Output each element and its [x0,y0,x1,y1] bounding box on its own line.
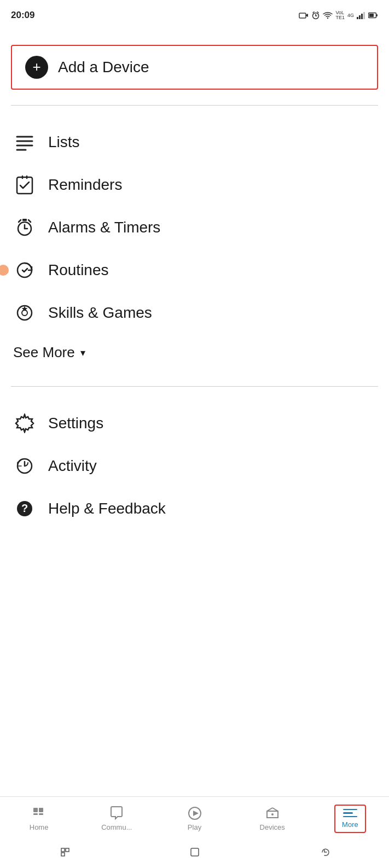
routines-notification-dot [0,265,9,276]
wifi-icon [323,11,333,19]
svg-point-40 [271,813,274,815]
android-nav-bar [0,838,389,868]
play-icon [187,806,202,821]
plus-icon: + [32,60,40,74]
reminder-icon [13,173,36,196]
menu-item-alarms[interactable]: Alarms & Timers [0,206,389,249]
nav-tab-devices[interactable]: Devices [234,803,311,834]
add-device-icon: + [25,56,48,79]
lists-label: Lists [48,133,80,151]
add-device-button[interactable]: + Add a Device [11,45,378,90]
divider-2 [11,386,378,387]
play-tab-label: Play [188,823,201,831]
menu-item-skills[interactable]: Skills & Games [0,292,389,334]
svg-rect-41 [61,848,65,852]
nav-tab-more[interactable]: More [311,802,389,836]
svg-text:?: ? [21,502,28,514]
svg-rect-42 [66,848,69,852]
list-icon [13,131,36,154]
svg-rect-44 [191,848,199,856]
home-tab-label: Home [30,823,49,831]
more-tab-label: More [342,820,358,829]
nav-tab-communicate[interactable]: Commu... [78,803,155,834]
reminders-label: Reminders [48,176,122,194]
divider-1 [11,105,378,106]
routines-icon [13,259,36,282]
home-icon [31,806,47,821]
alarms-timers-icon [13,216,36,239]
nav-tabs: Home Commu... Play [0,797,389,839]
gear-icon [13,412,36,435]
alarms-timers-label: Alarms & Timers [48,219,160,236]
4g-icon: 4G [347,13,354,18]
menu-item-routines[interactable]: Routines [0,249,389,292]
svg-rect-33 [33,808,38,812]
status-time: 20:09 [11,10,34,21]
svg-rect-34 [39,808,43,812]
camera-icon [299,11,309,19]
svg-rect-13 [376,14,378,16]
add-device-label: Add a Device [58,59,149,76]
menu-item-settings[interactable]: Settings [0,402,389,445]
menu-item-lists[interactable]: Lists [0,121,389,164]
see-more-button[interactable]: See More ▾ [0,334,389,371]
chevron-down-icon: ▾ [80,347,85,359]
communicate-icon [109,806,124,821]
alarm-status-icon [311,11,320,20]
svg-rect-43 [61,853,65,856]
main-content: + Add a Device Lists Reminders [0,28,389,530]
svg-rect-8 [359,15,361,19]
svg-rect-36 [39,813,43,815]
volte-icon: VoLTE1 [335,10,345,20]
devices-icon [265,806,280,821]
see-more-label: See More [13,344,75,361]
back-nav-button[interactable] [57,844,73,860]
home-nav-button[interactable] [187,844,203,860]
settings-label: Settings [48,415,103,432]
activity-label: Activity [48,457,97,475]
status-icons: VoLTE1 4G [299,10,378,20]
svg-marker-38 [193,811,199,816]
skills-games-icon [13,301,36,324]
nav-tab-home[interactable]: Home [0,803,78,834]
menu-item-reminders[interactable]: Reminders [0,164,389,206]
bottom-nav: Home Commu... Play [0,796,389,869]
svg-rect-0 [299,13,306,18]
skills-games-label: Skills & Games [48,304,152,322]
svg-line-5 [313,12,314,13]
recents-nav-button[interactable] [316,844,333,860]
activity-icon [13,455,36,477]
svg-rect-12 [369,14,374,17]
routines-label: Routines [48,261,109,279]
nav-tab-play[interactable]: Play [155,803,233,834]
menu-item-activity[interactable]: Activity [0,445,389,487]
menu-item-help[interactable]: ? Help & Feedback [0,487,389,530]
svg-rect-24 [22,219,27,221]
devices-tab-label: Devices [260,823,285,831]
status-bar: 20:09 VoLTE1 4G [0,0,389,28]
battery-icon [368,12,378,19]
communicate-tab-label: Commu... [101,823,132,831]
svg-rect-10 [363,12,365,19]
svg-line-22 [19,220,21,222]
help-icon: ? [13,497,36,520]
signal-icon [357,11,365,19]
svg-rect-9 [361,14,363,19]
more-icon [343,809,357,818]
svg-rect-18 [17,177,32,194]
svg-line-6 [317,12,318,13]
svg-rect-7 [357,17,358,19]
svg-rect-35 [33,813,38,815]
help-feedback-label: Help & Feedback [48,500,166,517]
svg-point-27 [22,310,27,316]
svg-line-23 [28,220,31,222]
